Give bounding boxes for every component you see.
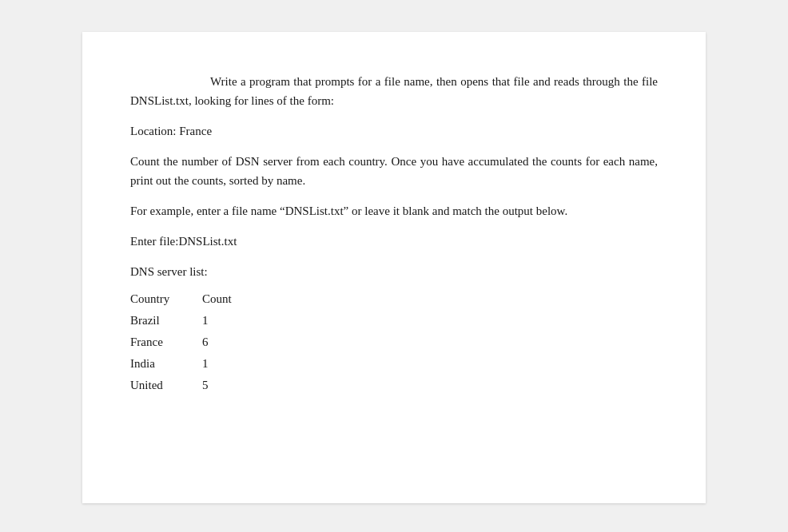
location-text: Location: France bbox=[130, 125, 212, 137]
row-count-brazil: 1 bbox=[202, 314, 250, 328]
page-container: Write a program that prompts for a file … bbox=[82, 32, 706, 503]
count-text: Count the number of DSN server from each… bbox=[130, 155, 658, 187]
table-row: Brazil 1 bbox=[130, 314, 658, 328]
enter-file-line: Enter file:DNSList.txt bbox=[130, 232, 658, 251]
table-row: United 5 bbox=[130, 379, 658, 392]
table-row: India 1 bbox=[130, 357, 658, 371]
column-header-country: Country bbox=[130, 292, 202, 306]
intro-paragraph: Write a program that prompts for a file … bbox=[130, 72, 658, 110]
count-paragraph: Count the number of DSN server from each… bbox=[130, 152, 658, 190]
table-header-row: Country Count bbox=[130, 292, 658, 306]
row-count-france: 6 bbox=[202, 335, 250, 349]
example-paragraph: For example, enter a file name “DNSList.… bbox=[130, 201, 658, 220]
row-country-india: India bbox=[130, 357, 202, 371]
row-country-brazil: Brazil bbox=[130, 314, 202, 328]
row-country-united: United bbox=[130, 379, 202, 392]
indent-spacer bbox=[130, 72, 210, 91]
location-line: Location: France bbox=[130, 121, 658, 141]
enter-file-text: Enter file:DNSList.txt bbox=[130, 235, 237, 248]
dns-server-text: DNS server list: bbox=[130, 265, 208, 278]
dns-table: Country Count Brazil 1 France 6 India 1 … bbox=[130, 292, 658, 392]
column-header-count: Count bbox=[202, 292, 250, 306]
row-count-united: 5 bbox=[202, 379, 250, 392]
row-country-france: France bbox=[130, 335, 202, 349]
row-count-india: 1 bbox=[202, 357, 250, 371]
table-row: France 6 bbox=[130, 335, 658, 349]
example-text: For example, enter a file name “DNSList.… bbox=[130, 204, 567, 217]
dns-server-line: DNS server list: bbox=[130, 262, 658, 281]
